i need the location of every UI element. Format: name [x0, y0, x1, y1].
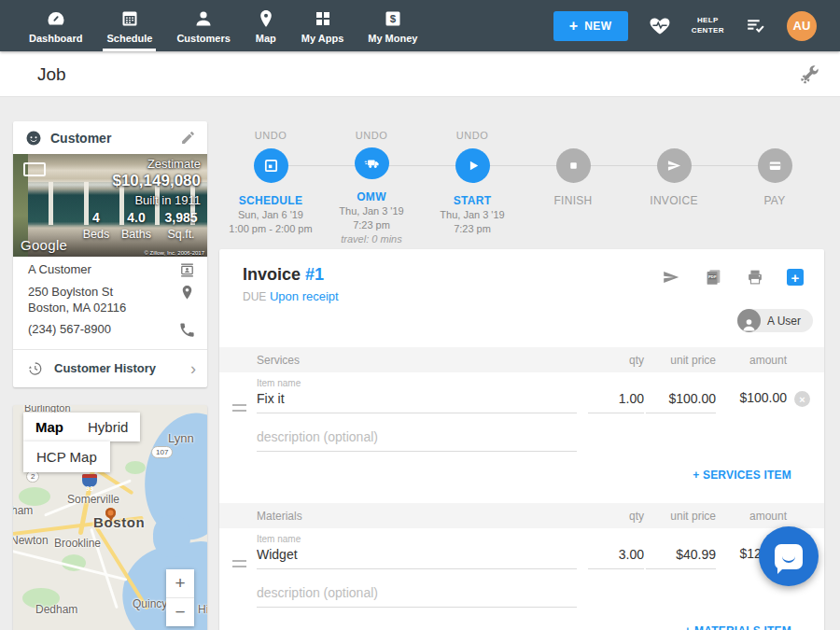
job-progress-timeline: UNDO SCHEDULE Sun, Jan 6 '19 1:00 pm - 2…: [220, 126, 825, 245]
qty-column-header: qty: [588, 510, 644, 523]
undo-link[interactable]: UNDO: [456, 130, 488, 142]
checklist-button[interactable]: [744, 14, 767, 37]
delete-item-button[interactable]: ×: [794, 391, 810, 407]
nav-item-dashboard[interactable]: Dashboard: [17, 0, 94, 51]
location-pin-icon[interactable]: [178, 284, 196, 301]
chat-bubble-icon: [775, 544, 803, 569]
omw-step-button[interactable]: [355, 147, 389, 179]
service-unit-price-input[interactable]: [646, 391, 716, 413]
map-type-control: Map Hybrid: [23, 413, 140, 441]
invoice-due: DUE Upon receipt: [243, 289, 339, 303]
send-icon: [665, 156, 684, 175]
section-title: Services: [257, 354, 300, 367]
page-header: Job: [0, 51, 840, 97]
app-screen: { "colors": { "accent_blue": "#2196f3", …: [0, 0, 840, 630]
undo-link[interactable]: UNDO: [356, 130, 387, 141]
invoice-step-button[interactable]: [657, 148, 692, 183]
timeline-step-finish: FINISH: [523, 126, 623, 245]
item-name-label: Item name: [257, 534, 301, 544]
customer-phone-row: (234) 567-8900: [28, 321, 196, 339]
materials-section: Materials qty unit price amount Item nam…: [219, 503, 824, 630]
finish-step-button[interactable]: [556, 148, 591, 183]
undo-link[interactable]: UNDO: [255, 130, 287, 142]
print-icon[interactable]: [745, 267, 765, 287]
chat-support-button[interactable]: [759, 526, 819, 586]
map-type-hybrid-button[interactable]: Hybrid: [76, 419, 140, 435]
customer-card: Customer Zestimate $10,149,080 Built in …: [13, 121, 207, 387]
customer-history-button[interactable]: Customer History ›: [13, 349, 207, 387]
material-qty-input[interactable]: [588, 547, 644, 569]
zoom-out-button[interactable]: −: [166, 598, 194, 626]
navbar-right: + NEW HELP CENTER AU: [553, 0, 840, 51]
drag-handle[interactable]: [232, 560, 246, 567]
list-check-icon: [744, 14, 767, 37]
nav-label: Dashboard: [29, 33, 82, 44]
edit-pencil-icon[interactable]: [180, 130, 196, 146]
zoom-in-button[interactable]: +: [166, 569, 194, 597]
new-button[interactable]: + NEW: [553, 11, 628, 41]
nav-label: Schedule: [106, 33, 152, 44]
stat-sqft: 3,985 Sq.ft.: [160, 210, 203, 241]
nav-item-my-apps[interactable]: My Apps: [289, 0, 356, 51]
pay-step-button[interactable]: [758, 148, 792, 183]
map-label-dedham: Dedham: [35, 603, 77, 616]
health-pulse-button[interactable]: [648, 14, 672, 38]
customer-name: A Customer: [28, 261, 178, 279]
zestimate-label: Zestimate: [147, 157, 201, 171]
map-label-quincy: Quincy: [133, 597, 167, 610]
interstate-93-shield: 93: [82, 474, 97, 487]
send-invoice-icon[interactable]: [661, 267, 681, 287]
street-view-frame-icon[interactable]: [23, 162, 46, 176]
add-services-item-link[interactable]: + SERVICES ITEM: [693, 469, 791, 482]
start-step-button[interactable]: [455, 148, 490, 183]
customer-card-header: Customer: [13, 121, 207, 154]
material-description-input[interactable]: [257, 585, 577, 608]
materials-header: Materials qty unit price amount: [219, 503, 824, 528]
nav-items: Dashboard Schedule Customers Map My Apps…: [0, 0, 429, 51]
assignee-chip[interactable]: A User: [737, 309, 813, 332]
help-center-button[interactable]: HELP CENTER: [692, 16, 724, 36]
hcp-map-button[interactable]: HCP Map: [23, 441, 110, 472]
add-materials-item-link[interactable]: + MATERIALS ITEM: [684, 624, 791, 630]
schedule-step-button[interactable]: [254, 148, 288, 183]
material-item-name-input[interactable]: [257, 547, 577, 569]
truck-icon: [362, 154, 382, 174]
invoice-actions: PDF +: [661, 267, 804, 287]
timeline-step-pay: PAY: [724, 126, 825, 245]
phone-icon[interactable]: [178, 321, 196, 339]
service-description-input[interactable]: [257, 429, 577, 452]
face-icon: [24, 129, 43, 147]
pdf-icon[interactable]: PDF: [703, 267, 723, 287]
history-icon: [26, 360, 43, 377]
timeline-step-schedule: UNDO SCHEDULE Sun, Jan 6 '19 1:00 pm - 2…: [220, 126, 321, 245]
timeline-step-start: UNDO START Thu, Jan 3 '19 7:23 pm: [422, 126, 523, 245]
invoice-title: Invoice #1: [243, 265, 324, 285]
contact-card-icon[interactable]: [178, 261, 196, 279]
material-unit-price-input[interactable]: [646, 547, 716, 569]
service-item-name-input[interactable]: [257, 391, 577, 413]
property-stats: 4 Beds 4.0 Baths 3,985 Sq.ft.: [79, 210, 203, 241]
nav-item-schedule[interactable]: Schedule: [94, 0, 164, 51]
add-invoice-button[interactable]: +: [787, 269, 804, 286]
wrench-gear-icon: [797, 63, 821, 87]
map-label-boston: Boston: [93, 514, 145, 530]
nav-item-map[interactable]: Map: [243, 0, 289, 51]
timeline-step-omw: UNDO OMW Thu, Jan 3 '19 7:23 pm travel: …: [321, 126, 422, 245]
invoice-number[interactable]: #1: [305, 265, 324, 284]
person-icon: [741, 316, 757, 332]
job-settings-button[interactable]: [797, 63, 821, 87]
drag-handle[interactable]: [232, 404, 246, 412]
customer-address: 250 Boylston St Boston, MA 02116: [28, 284, 178, 315]
item-name-label: Item name: [257, 378, 301, 388]
nav-item-my-money[interactable]: $ My Money: [356, 0, 429, 51]
due-terms-link[interactable]: Upon receipt: [270, 289, 339, 303]
map-type-map-button[interactable]: Map: [23, 419, 76, 435]
map-widget[interactable]: Burlington Lynn Somerville ham Boston Ne…: [13, 405, 207, 630]
nav-item-customers[interactable]: Customers: [164, 0, 242, 51]
user-avatar[interactable]: AU: [787, 11, 817, 41]
my-apps-icon: [312, 7, 334, 30]
section-title: Materials: [257, 510, 302, 523]
property-photo: Zestimate $10,149,080 Built in 1911 4 Be…: [13, 154, 207, 257]
customer-phone: (234) 567-8900: [28, 321, 178, 339]
service-qty-input[interactable]: [588, 391, 644, 413]
